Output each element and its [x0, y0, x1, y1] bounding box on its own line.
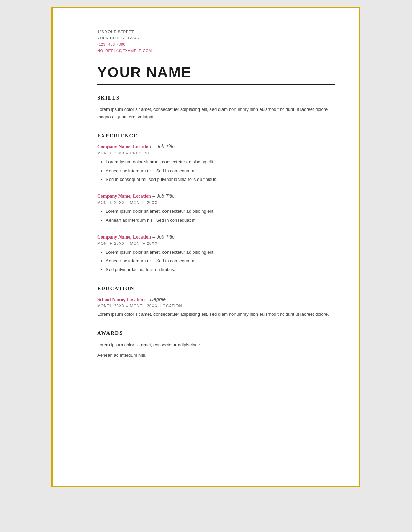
edu-1-desc: Lorem ipsum dolor sit amet, consectetuer… [97, 311, 335, 318]
name-section: YOUR NAME [97, 65, 335, 80]
entry-3-company: Company Name, Location [97, 234, 151, 240]
entry-1-company: Company Name, Location [97, 144, 151, 149]
list-item: Sed pulvinar lacinia felis eu finibus. [106, 266, 335, 274]
edu-1-school: School Name, Location [97, 297, 145, 302]
entry-3-bullets: Lorem ipsum dolor sit amet, consectetur … [97, 248, 335, 274]
edu-1-header: School Name, Location – Degree [97, 296, 335, 302]
experience-entry-3: Company Name, Location – Job Title MONTH… [97, 234, 335, 274]
edu-1-dates: MONTH 20XX – MONTH 20XX, LOCATION [97, 304, 335, 308]
name-divider [97, 84, 335, 85]
entry-1-dates: MONTH 20XX – PRESENT [97, 151, 335, 155]
awards-section: Awards Lorem ipsum dolor sit amet, conse… [97, 330, 335, 359]
candidate-name: YOUR NAME [97, 65, 335, 80]
awards-line-2: Aenean ac interdum nisi. [97, 351, 335, 359]
contact-info: 123 YOUR STREET YOUR CITY, ST 12345 (123… [97, 28, 335, 54]
entry-3-dates: MONTH 20XX – MONTH 20XX [97, 241, 335, 245]
entry-3-divider: – [152, 234, 157, 240]
entry-1-bullets: Lorem ipsum dolor sit amet, consectetur … [97, 158, 335, 183]
list-item: Sed in consequat mi, sed pulvinar lacini… [106, 175, 335, 183]
skills-body: Lorem ipsum dolor sit amet, consectetuer… [97, 106, 335, 121]
list-item: Lorem ipsum dolor sit amet, consectetur … [106, 158, 335, 166]
experience-title: Experience [97, 133, 335, 139]
skills-title: Skills [97, 95, 335, 101]
awards-body: Lorem ipsum dolor sit amet, consectetur … [97, 341, 335, 359]
resume-page: 123 YOUR STREET YOUR CITY, ST 12345 (123… [52, 7, 360, 487]
education-entry-1: School Name, Location – Degree MONTH 20X… [97, 296, 335, 318]
experience-entry-1: Company Name, Location – Job Title MONTH… [97, 143, 335, 183]
entry-3-header: Company Name, Location – Job Title [97, 234, 335, 240]
entry-2-job-title: Job Title [157, 193, 175, 199]
entry-2-divider: – [152, 193, 157, 199]
edu-1-degree: Degree [150, 297, 166, 302]
experience-entry-2: Company Name, Location – Job Title MONTH… [97, 193, 335, 224]
list-item: Aenean ac interdum nisi. Sed in consequa… [106, 257, 335, 265]
awards-line-1: Lorem ipsum dolor sit amet, consectetur … [97, 341, 335, 349]
experience-section: Experience Company Name, Location – Job … [97, 133, 335, 274]
list-item: Lorem ipsum dolor sit amet, consectetur … [106, 248, 335, 256]
entry-2-dates: MONTH 20XX – MONTH 20XX [97, 200, 335, 205]
entry-1-header: Company Name, Location – Job Title [97, 143, 335, 150]
entry-2-company: Company Name, Location [97, 194, 151, 199]
education-title: Education [97, 286, 335, 291]
contact-citystate: YOUR CITY, ST 12345 [97, 35, 335, 42]
entry-2-header: Company Name, Location – Job Title [97, 193, 335, 199]
skills-section: Skills Lorem ipsum dolor sit amet, conse… [97, 95, 335, 121]
entry-2-bullets: Lorem ipsum dolor sit amet, consectetur … [97, 207, 335, 224]
entry-1-job-title: Job Title [157, 144, 175, 149]
entry-1-divider: – [152, 144, 157, 149]
education-section: Education School Name, Location – Degree… [97, 286, 335, 318]
list-item: Aenean ac interdum nisi. Sed in consequa… [106, 216, 335, 224]
contact-email: NO_REPLY@EXAMPLE.COM [97, 48, 335, 54]
edu-1-divider: – [146, 297, 150, 302]
list-item: Aenean ac interdum nisi. Sed in consequa… [106, 167, 335, 175]
awards-title: Awards [97, 330, 335, 336]
contact-phone: (123) 456-7890 [97, 41, 335, 48]
contact-street: 123 YOUR STREET [97, 28, 335, 35]
entry-3-job-title: Job Title [157, 234, 175, 240]
list-item: Lorem ipsum dolor sit amet, consectetur … [106, 207, 335, 215]
